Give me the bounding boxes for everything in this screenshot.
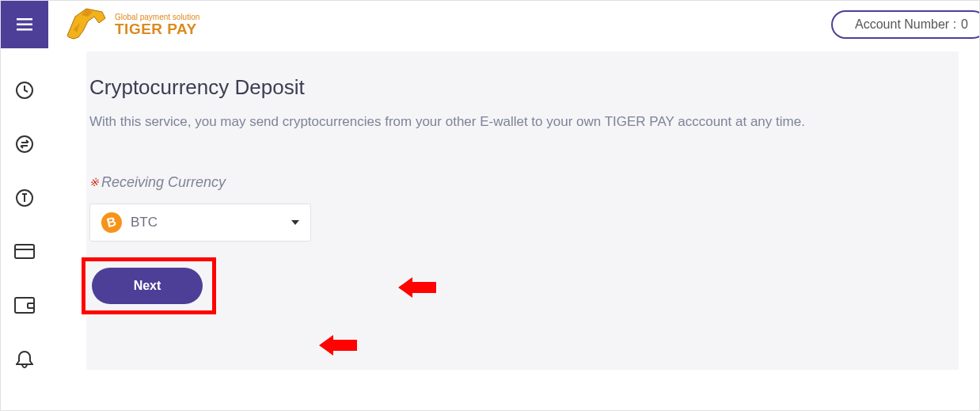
hamburger-icon: [17, 18, 32, 31]
menu-button[interactable]: [1, 1, 48, 48]
annotation-arrow-select: [398, 277, 436, 298]
logo-name: TIGER PAY: [115, 21, 199, 36]
svg-marker-14: [398, 277, 436, 298]
page-description: With this service, you may send cryptocu…: [86, 114, 959, 130]
sidebar-wallet-icon[interactable]: [14, 295, 35, 316]
annotation-arrow-next: [319, 335, 357, 356]
selected-currency-value: BTC: [131, 215, 158, 230]
sidebar-token-icon[interactable]: [14, 188, 35, 208]
next-button[interactable]: Next: [92, 268, 203, 304]
account-label: Account Number :: [855, 17, 956, 32]
sidebar: [1, 48, 48, 410]
account-number-value: 0: [961, 17, 968, 32]
svg-marker-13: [291, 220, 299, 225]
svg-point-7: [17, 136, 32, 152]
svg-rect-0: [17, 18, 32, 21]
svg-rect-2: [17, 29, 32, 31]
svg-rect-9: [15, 245, 34, 258]
sidebar-clock-icon[interactable]: [14, 80, 35, 101]
svg-rect-11: [15, 298, 34, 313]
sidebar-bell-icon[interactable]: [14, 349, 35, 370]
sidebar-card-icon[interactable]: [14, 242, 35, 262]
sidebar-exchange-icon[interactable]: [14, 134, 35, 154]
page-title: Cryptocurrency Deposit: [89, 75, 959, 100]
svg-marker-15: [319, 335, 357, 356]
tiger-icon: [64, 7, 108, 42]
currency-field-label: Receiving Currency: [101, 174, 226, 190]
logo[interactable]: Global payment solution TIGER PAY: [64, 7, 199, 42]
account-number-pill[interactable]: Account Number : 0: [831, 10, 980, 39]
logo-tagline: Global payment solution: [115, 13, 199, 21]
chevron-down-icon: [291, 220, 299, 225]
btc-icon: B: [99, 210, 124, 235]
receiving-currency-select[interactable]: B BTC: [89, 204, 311, 242]
required-marker: ※: [89, 176, 99, 188]
svg-rect-1: [17, 24, 32, 26]
next-button-highlight: Next: [82, 257, 216, 314]
